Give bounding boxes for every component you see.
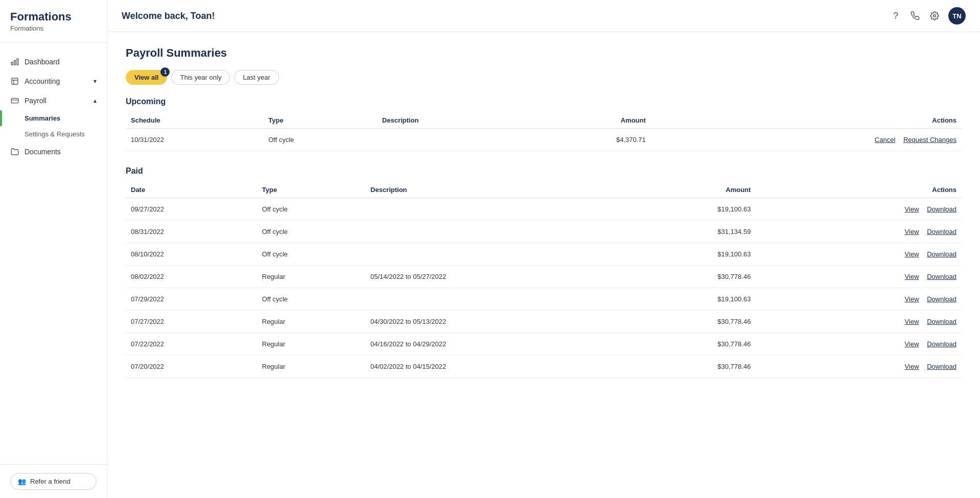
paid-table: Date Type Description Amount Actions 09/…: [126, 182, 962, 378]
download-link[interactable]: Download: [927, 205, 956, 213]
download-link[interactable]: Download: [927, 295, 956, 303]
paid-col-type: Type: [257, 182, 365, 198]
paid-description: 05/14/2022 to 05/27/2022: [365, 266, 625, 288]
accounting-chevron: ▾: [94, 78, 97, 85]
upcoming-col-type: Type: [263, 112, 377, 129]
content-area: Payroll Summaries View all 1 This year o…: [107, 32, 980, 498]
view-all-label: View all: [134, 74, 158, 81]
filter-this-year[interactable]: This year only: [171, 70, 230, 85]
accounting-icon: [10, 77, 19, 86]
paid-date: 08/31/2022: [126, 221, 257, 243]
upcoming-table: Schedule Type Description Amount Actions…: [126, 112, 962, 151]
request-changes-link[interactable]: Request Changes: [903, 136, 956, 144]
svg-rect-3: [12, 78, 18, 84]
filter-view-all[interactable]: View all 1: [126, 70, 167, 85]
paid-date: 08/02/2022: [126, 266, 257, 288]
view-link[interactable]: View: [905, 363, 919, 370]
download-link[interactable]: Download: [927, 250, 956, 258]
upcoming-col-amount: Amount: [525, 112, 650, 129]
table-row: 07/27/2022 Regular 04/30/2022 to 05/13/2…: [126, 311, 962, 333]
paid-date: 07/22/2022: [126, 333, 257, 355]
paid-actions: View Download: [756, 311, 962, 333]
upcoming-type: Off cycle: [263, 129, 377, 151]
paid-actions: View Download: [756, 355, 962, 378]
paid-description: [365, 288, 625, 311]
paid-amount: $30,778.46: [625, 311, 756, 333]
paid-date: 07/29/2022: [126, 288, 257, 311]
paid-actions: View Download: [756, 266, 962, 288]
settings-requests-label: Settings & Requests: [25, 130, 85, 138]
download-link[interactable]: Download: [927, 363, 956, 370]
paid-amount: $30,778.46: [625, 355, 756, 378]
paid-date: 07/27/2022: [126, 311, 257, 333]
sidebar-item-documents[interactable]: Documents: [0, 142, 107, 161]
filter-last-year[interactable]: Last year: [234, 70, 278, 85]
paid-description: [365, 221, 625, 243]
sidebar-divider: [0, 42, 107, 43]
sidebar-item-dashboard[interactable]: Dashboard: [0, 52, 107, 72]
upcoming-description: [377, 129, 525, 151]
main-content: Welcome back, Toan! ? TN Payroll Summari…: [107, 0, 980, 498]
upcoming-section-title: Upcoming: [126, 97, 962, 106]
last-year-label: Last year: [243, 74, 270, 81]
sidebar-item-payroll[interactable]: Payroll ▴: [0, 91, 107, 110]
sidebar-brand: Formations Formations: [0, 0, 107, 37]
active-indicator: [0, 110, 2, 126]
download-link[interactable]: Download: [927, 228, 956, 235]
view-link[interactable]: View: [905, 205, 919, 213]
filter-tabs: View all 1 This year only Last year: [126, 70, 962, 85]
download-link[interactable]: Download: [927, 318, 956, 325]
view-link[interactable]: View: [905, 340, 919, 348]
download-link[interactable]: Download: [927, 273, 956, 280]
user-avatar[interactable]: TN: [948, 7, 966, 25]
paid-type: Off cycle: [257, 288, 365, 311]
paid-amount: $19,100.63: [625, 198, 756, 221]
paid-col-actions: Actions: [756, 182, 962, 198]
sidebar-item-accounting[interactable]: Accounting ▾: [0, 72, 107, 91]
paid-type: Regular: [257, 333, 365, 355]
topbar-greeting: Welcome back, Toan!: [122, 11, 215, 21]
payroll-chevron: ▴: [94, 97, 97, 104]
table-row: 09/27/2022 Off cycle $19,100.63 View Dow…: [126, 198, 962, 221]
table-row: 07/22/2022 Regular 04/16/2022 to 04/29/2…: [126, 333, 962, 355]
paid-amount: $31,134.59: [625, 221, 756, 243]
svg-rect-1: [14, 60, 16, 65]
documents-icon: [10, 147, 19, 156]
settings-icon[interactable]: [929, 10, 940, 21]
sidebar-item-summaries[interactable]: Summaries: [0, 110, 107, 126]
view-link[interactable]: View: [905, 318, 919, 325]
paid-section-title: Paid: [126, 167, 962, 176]
paid-amount: $30,778.46: [625, 266, 756, 288]
paid-amount: $19,100.63: [625, 243, 756, 266]
upcoming-col-actions: Actions: [651, 112, 962, 129]
dashboard-label: Dashboard: [25, 58, 60, 66]
this-year-label: This year only: [180, 74, 221, 81]
paid-actions: View Download: [756, 333, 962, 355]
sidebar-item-settings-requests[interactable]: Settings & Requests: [0, 126, 107, 142]
payroll-label: Payroll: [25, 97, 46, 105]
table-row: 07/20/2022 Regular 04/02/2022 to 04/15/2…: [126, 355, 962, 378]
view-link[interactable]: View: [905, 250, 919, 258]
download-link[interactable]: Download: [927, 340, 956, 348]
paid-amount: $30,778.46: [625, 333, 756, 355]
paid-col-description: Description: [365, 182, 625, 198]
table-row: 08/02/2022 Regular 05/14/2022 to 05/27/2…: [126, 266, 962, 288]
upcoming-actions: Cancel Request Changes: [651, 129, 962, 151]
view-link[interactable]: View: [905, 295, 919, 303]
paid-type: Off cycle: [257, 243, 365, 266]
payroll-icon: [10, 96, 19, 105]
refer-icon: 👥: [18, 478, 26, 485]
paid-description: [365, 243, 625, 266]
refer-friend-button[interactable]: 👥 Refer a friend: [10, 473, 97, 490]
paid-amount: $19,100.63: [625, 288, 756, 311]
upcoming-amount: $4,370.71: [525, 129, 650, 151]
view-link[interactable]: View: [905, 273, 919, 280]
phone-icon[interactable]: [909, 10, 921, 21]
paid-type: Regular: [257, 266, 365, 288]
cancel-link[interactable]: Cancel: [875, 136, 895, 144]
view-link[interactable]: View: [905, 228, 919, 235]
paid-description: 04/30/2022 to 05/13/2022: [365, 311, 625, 333]
help-icon[interactable]: ?: [890, 10, 901, 21]
table-row: 10/31/2022 Off cycle $4,370.71 Cancel Re…: [126, 129, 962, 151]
table-row: 07/29/2022 Off cycle $19,100.63 View Dow…: [126, 288, 962, 311]
